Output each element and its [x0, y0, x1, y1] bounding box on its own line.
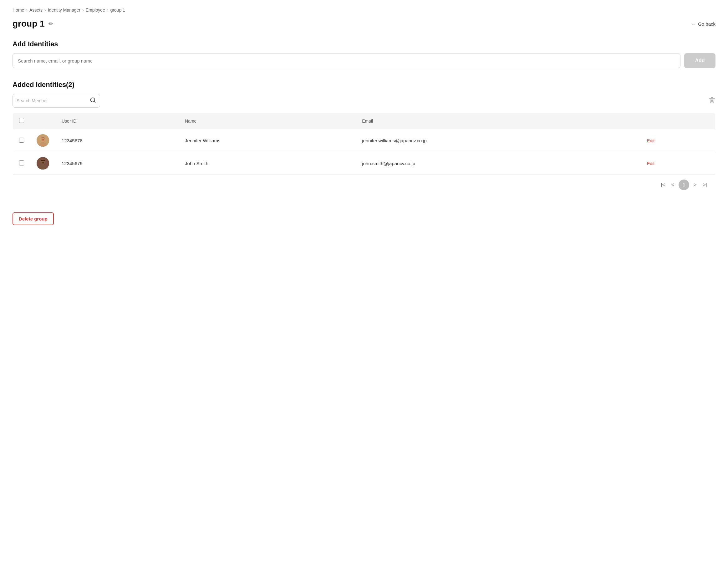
- breadcrumb-sep-4: ›: [107, 7, 109, 12]
- table-header-row: User ID Name Email: [13, 113, 716, 129]
- svg-line-1: [94, 101, 95, 102]
- avatar: [37, 157, 49, 169]
- added-identities-section: Added Identities(2): [12, 81, 716, 195]
- row1-email: jennifer.williams@japancv.co.jp: [356, 129, 641, 152]
- avatar: [37, 134, 49, 147]
- header-checkbox-cell: [13, 113, 31, 129]
- header-email: Email: [356, 113, 641, 129]
- current-page-button[interactable]: 1: [679, 179, 689, 190]
- pagination-cell: |< < 1 > >|: [13, 175, 716, 195]
- identities-table: User ID Name Email: [12, 113, 716, 195]
- breadcrumb-employee[interactable]: Employee: [86, 7, 105, 12]
- added-identities-header-row: [12, 94, 716, 108]
- breadcrumb-sep-1: ›: [26, 7, 28, 12]
- select-all-checkbox[interactable]: [19, 118, 24, 123]
- add-identities-section: Add Identities Add: [12, 40, 716, 68]
- breadcrumb-current: group 1: [110, 7, 125, 12]
- header-user-id: User ID: [55, 113, 178, 129]
- breadcrumb: Home › Assets › Identity Manager › Emplo…: [12, 7, 716, 12]
- first-page-button[interactable]: |<: [659, 181, 667, 189]
- row2-edit-cell: Edit: [641, 152, 716, 175]
- search-member-input[interactable]: [16, 98, 87, 103]
- svg-point-15: [43, 162, 44, 163]
- svg-point-7: [42, 140, 43, 141]
- go-back-label: Go back: [698, 21, 716, 27]
- add-identity-search-input[interactable]: [12, 53, 680, 68]
- breadcrumb-sep-2: ›: [44, 7, 46, 12]
- add-identities-title: Add Identities: [12, 40, 716, 48]
- prev-page-button[interactable]: <: [670, 181, 676, 189]
- breadcrumb-assets[interactable]: Assets: [30, 7, 43, 12]
- row2-avatar-cell: [30, 152, 55, 175]
- row2-checkbox[interactable]: [19, 160, 24, 165]
- edit-icon[interactable]: ✏: [49, 20, 53, 27]
- last-page-button[interactable]: >|: [701, 181, 709, 189]
- john-avatar-image: [37, 157, 49, 169]
- row2-user-id: 12345679: [55, 152, 178, 175]
- delete-selected-button[interactable]: [709, 97, 716, 105]
- table-row: 12345678 Jennifer Williams jennifer.will…: [13, 129, 716, 152]
- added-identities-title: Added Identities(2): [12, 81, 716, 89]
- svg-point-6: [41, 137, 45, 141]
- row2-name: John Smith: [178, 152, 356, 175]
- header-avatar-cell: [30, 113, 55, 129]
- header-name: Name: [178, 113, 356, 129]
- jennifer-avatar-image: [37, 134, 49, 147]
- breadcrumb-sep-3: ›: [82, 7, 84, 12]
- row1-avatar-cell: [30, 129, 55, 152]
- breadcrumb-home[interactable]: Home: [12, 7, 24, 12]
- pagination-controls: |< < 1 > >|: [13, 175, 715, 195]
- row2-checkbox-cell: [13, 152, 31, 175]
- search-member-box[interactable]: [12, 94, 100, 108]
- add-identity-button[interactable]: Add: [684, 53, 716, 68]
- row1-edit-button[interactable]: Edit: [647, 138, 655, 143]
- svg-point-14: [42, 162, 43, 163]
- row2-edit-button[interactable]: Edit: [647, 161, 655, 166]
- breadcrumb-identity-manager[interactable]: Identity Manager: [48, 7, 81, 12]
- row1-name: Jennifer Williams: [178, 129, 356, 152]
- row1-checkbox[interactable]: [19, 138, 24, 143]
- page-title-group: group 1 ✏: [12, 19, 53, 29]
- pagination-row: |< < 1 > >|: [13, 175, 716, 195]
- row1-checkbox-cell: [13, 129, 31, 152]
- search-icon-button[interactable]: [90, 97, 96, 105]
- go-back-button[interactable]: ← Go back: [691, 21, 716, 27]
- arrow-left-icon: ←: [691, 21, 696, 27]
- next-page-button[interactable]: >: [692, 181, 698, 189]
- row1-user-id: 12345678: [55, 129, 178, 152]
- page-title: group 1: [12, 19, 45, 29]
- trash-icon: [709, 97, 716, 104]
- header-actions: [641, 113, 716, 129]
- row1-edit-cell: Edit: [641, 129, 716, 152]
- svg-point-8: [43, 140, 44, 141]
- search-add-row: Add: [12, 53, 716, 68]
- table-row: 12345679 John Smith john.smith@japancv.c…: [13, 152, 716, 175]
- search-icon: [90, 97, 96, 103]
- delete-group-button[interactable]: Delete group: [12, 212, 54, 225]
- row2-email: john.smith@japancv.co.jp: [356, 152, 641, 175]
- page-header: group 1 ✏ ← Go back: [12, 19, 716, 29]
